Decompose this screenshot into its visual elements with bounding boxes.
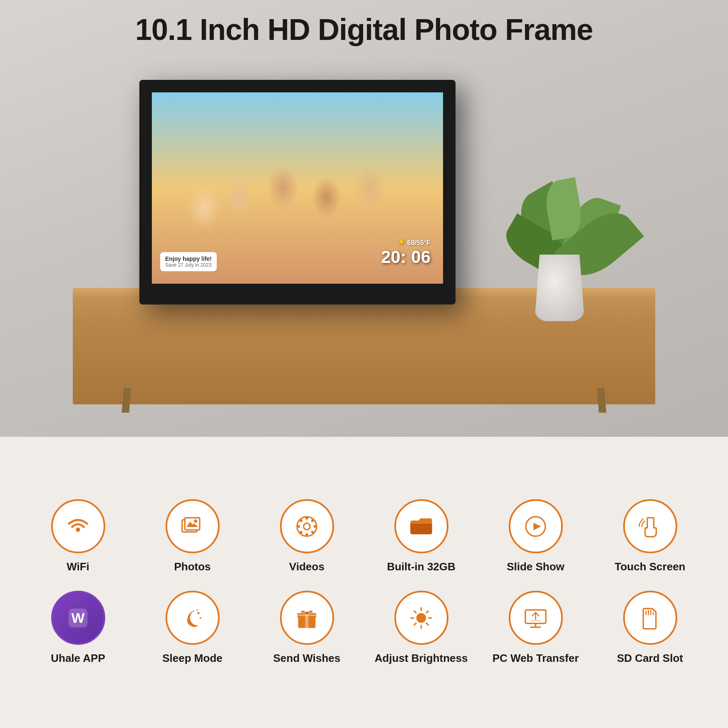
feature-slideshow: Slide Show bbox=[483, 499, 589, 574]
desk-leg-right bbox=[597, 388, 606, 413]
frame-message-date: Save 27 July in 2023 bbox=[165, 262, 212, 268]
feature-app: W Uhale APP bbox=[25, 591, 131, 666]
svg-line-34 bbox=[426, 611, 428, 613]
svg-text:W: W bbox=[72, 610, 85, 626]
svg-point-13 bbox=[300, 531, 303, 534]
wifi-icon-circle bbox=[51, 499, 105, 553]
svg-point-7 bbox=[305, 517, 308, 520]
photos-icon bbox=[179, 513, 206, 540]
sleep-icon bbox=[179, 604, 206, 631]
feature-wishes: Send Wishes bbox=[254, 591, 360, 666]
plant-decoration bbox=[497, 72, 622, 321]
touch-icon bbox=[636, 513, 664, 540]
storage-icon-circle bbox=[394, 499, 448, 553]
touchscreen-label: Touch Screen bbox=[614, 560, 685, 574]
svg-point-14 bbox=[311, 531, 314, 534]
videos-label: Videos bbox=[289, 560, 324, 574]
app-label: Uhale APP bbox=[51, 651, 105, 666]
frame-time-overlay: ☀ 68/55°F 20: 06 bbox=[381, 237, 431, 267]
storage-label: Built-in 32GB bbox=[387, 560, 456, 574]
desk-leg-left bbox=[121, 388, 131, 413]
slideshow-icon-circle bbox=[509, 499, 563, 553]
slideshow-label: Slide Show bbox=[507, 560, 565, 574]
feature-wifi: WiFi bbox=[25, 499, 131, 574]
digital-photo-frame: Enjoy happy life! Save 27 July in 2023 ☀… bbox=[139, 80, 456, 305]
svg-point-11 bbox=[300, 519, 303, 522]
frame-screen: Enjoy happy life! Save 27 July in 2023 ☀… bbox=[152, 92, 443, 284]
slideshow-icon bbox=[522, 513, 549, 540]
svg-point-19 bbox=[197, 612, 199, 614]
photos-label: Photos bbox=[174, 560, 210, 574]
transfer-icon bbox=[522, 604, 549, 631]
scene: Enjoy happy life! Save 27 July in 2023 ☀… bbox=[73, 63, 655, 404]
wifi-label: WiFi bbox=[67, 560, 89, 574]
svg-point-26 bbox=[305, 612, 308, 614]
svg-point-12 bbox=[311, 519, 314, 522]
features-grid: WiFi Photos bbox=[25, 499, 703, 666]
frame-message-text: Enjoy happy life! bbox=[165, 255, 212, 262]
svg-marker-16 bbox=[533, 522, 541, 530]
frame-clock: 20: 06 bbox=[381, 247, 431, 267]
sleep-label: Sleep Mode bbox=[162, 651, 222, 666]
sdcard-icon-circle bbox=[623, 591, 677, 645]
product-title: 10.1 Inch HD Digital Photo Frame bbox=[135, 12, 593, 47]
svg-point-8 bbox=[305, 533, 308, 536]
feature-touchscreen: Touch Screen bbox=[597, 499, 703, 574]
wifi-icon bbox=[64, 513, 92, 540]
videos-icon bbox=[293, 513, 320, 540]
feature-videos: Videos bbox=[254, 499, 360, 574]
svg-rect-1 bbox=[185, 518, 200, 530]
feature-photos: Photos bbox=[139, 499, 245, 574]
sdcard-label: SD Card Slot bbox=[617, 651, 683, 666]
photos-icon-circle bbox=[166, 499, 220, 553]
transfer-icon-circle bbox=[509, 591, 563, 645]
svg-line-32 bbox=[414, 611, 416, 613]
app-icon: W bbox=[64, 604, 92, 631]
feature-sleep: Sleep Mode bbox=[139, 591, 245, 666]
feature-sdcard: SD Card Slot bbox=[597, 591, 703, 666]
svg-point-21 bbox=[197, 609, 198, 610]
top-section: 10.1 Inch HD Digital Photo Frame Enjoy h… bbox=[0, 0, 728, 437]
frame-message-overlay: Enjoy happy life! Save 27 July in 2023 bbox=[160, 252, 217, 271]
feature-brightness: Adjust Brightness bbox=[368, 591, 474, 666]
app-icon-circle: W bbox=[51, 591, 105, 645]
brightness-icon-circle bbox=[394, 591, 448, 645]
svg-line-35 bbox=[414, 623, 416, 625]
feature-storage: Built-in 32GB bbox=[368, 499, 474, 574]
svg-point-9 bbox=[297, 525, 300, 528]
feature-transfer: PC Web Transfer bbox=[483, 591, 589, 666]
videos-icon-circle bbox=[280, 499, 334, 553]
brightness-label: Adjust Brightness bbox=[375, 651, 468, 666]
transfer-label: PC Web Transfer bbox=[493, 651, 579, 666]
svg-point-4 bbox=[194, 519, 197, 522]
svg-point-10 bbox=[314, 525, 317, 528]
storage-icon bbox=[408, 513, 435, 540]
sleep-icon-circle bbox=[166, 591, 220, 645]
touchscreen-icon-circle bbox=[623, 499, 677, 553]
features-section: WiFi Photos bbox=[0, 437, 728, 728]
brightness-icon bbox=[408, 604, 435, 631]
wishes-label: Send Wishes bbox=[273, 651, 341, 666]
wishes-icon bbox=[293, 604, 320, 631]
frame-weather: ☀ 68/55°F bbox=[381, 237, 431, 247]
wishes-icon-circle bbox=[280, 591, 334, 645]
svg-point-6 bbox=[304, 523, 310, 530]
plant-vase bbox=[535, 255, 584, 321]
svg-rect-25 bbox=[297, 614, 317, 616]
svg-line-33 bbox=[426, 623, 428, 625]
svg-point-27 bbox=[416, 613, 426, 622]
sdcard-icon bbox=[636, 604, 664, 631]
svg-point-20 bbox=[200, 617, 201, 619]
